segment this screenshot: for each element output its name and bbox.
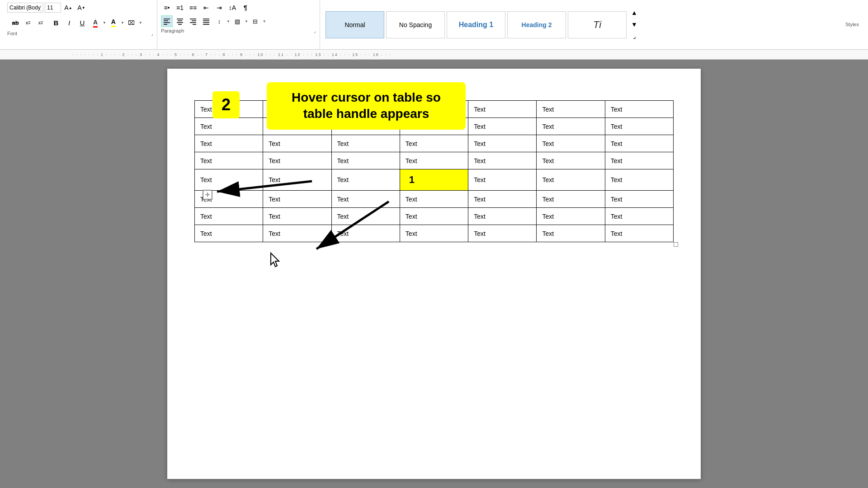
shading-dropdown[interactable]: ▼ [245, 19, 248, 23]
multilevel-list-btn[interactable]: ≡≡ [187, 2, 199, 14]
highlight-dropdown[interactable]: ▼ [121, 21, 124, 25]
table-cell[interactable]: 1 [400, 169, 468, 191]
table-cell[interactable]: Text [605, 101, 673, 118]
table-cell[interactable]: Text [263, 152, 331, 169]
table-cell[interactable]: Text [537, 169, 605, 191]
table-cell[interactable]: Text [195, 152, 263, 169]
table-cell[interactable]: Text [400, 191, 468, 208]
styles-scroll-up-btn[interactable]: ▲ [628, 7, 640, 19]
table-cell[interactable]: Text [195, 118, 263, 135]
font-expand-icon[interactable]: ⌟ [151, 31, 153, 36]
table-cell[interactable]: Text [605, 191, 673, 208]
table-cell[interactable]: Text [605, 118, 673, 135]
show-formatting-btn[interactable]: ¶ [240, 2, 251, 14]
bullet-list-btn[interactable]: ≡• [161, 2, 173, 14]
align-justify-btn[interactable] [200, 15, 212, 27]
styles-label-area: Styles [845, 22, 859, 28]
table-cell[interactable]: Text [263, 169, 331, 191]
table-cell[interactable]: Text [400, 135, 468, 152]
table-cell[interactable]: Text [537, 208, 605, 225]
ribbon: A▲ A▼ ab x2 x2 B I U A ▼ A [0, 0, 868, 50]
table-cell[interactable]: Text [468, 208, 537, 225]
table-cell[interactable]: Text [263, 191, 331, 208]
line-spacing-btn[interactable]: ↕ [213, 15, 225, 27]
table-cell[interactable]: Text [468, 101, 537, 118]
table-cell[interactable]: Text [537, 191, 605, 208]
subscript-btn[interactable]: x2 [22, 17, 34, 28]
table-cell[interactable]: Text [263, 135, 331, 152]
font-row1: A▲ A▼ [7, 2, 153, 14]
sort-btn[interactable]: ↕A [226, 2, 238, 14]
table-cell[interactable]: Text [195, 225, 263, 242]
table-resize-handle[interactable] [674, 242, 678, 247]
table-cell[interactable]: Text [195, 208, 263, 225]
font-color-dropdown[interactable]: ▼ [103, 21, 106, 25]
highlight-btn[interactable]: A [108, 17, 119, 28]
increase-font-btn[interactable]: A▲ [62, 2, 74, 14]
style-nospacing-btn[interactable]: No Spacing [386, 11, 445, 38]
table-cell[interactable]: Text [263, 225, 331, 242]
table-cell[interactable]: Text [605, 169, 673, 191]
table-cell[interactable]: Text [605, 135, 673, 152]
table-cell[interactable]: Text [537, 152, 605, 169]
table-cell[interactable]: Text [400, 225, 468, 242]
style-normal-btn[interactable]: Normal [326, 11, 384, 38]
line-spacing-dropdown[interactable]: ▼ [226, 19, 230, 23]
style-title-btn[interactable]: Ti [568, 11, 627, 38]
step1-badge: 1 [406, 173, 418, 187]
font-color-btn[interactable]: A [90, 17, 101, 28]
clear-formatting-btn[interactable]: ⌧ [126, 17, 137, 28]
shading-btn[interactable]: ▧ [231, 15, 243, 27]
table-cell[interactable]: Text [605, 225, 673, 242]
ab-strikethrough-btn[interactable]: ab [9, 17, 21, 28]
table-cell[interactable]: Text [605, 152, 673, 169]
table-cell[interactable]: Text [468, 152, 537, 169]
bold-btn[interactable]: B [50, 17, 62, 28]
underline-btn[interactable]: U [76, 17, 88, 28]
table-cell[interactable]: Text [331, 135, 400, 152]
table-cell[interactable]: Text [195, 169, 263, 191]
styles-expand-btn[interactable]: ⌟ [628, 30, 640, 42]
table-cell[interactable]: Text [468, 225, 537, 242]
table-cell[interactable]: Text [400, 208, 468, 225]
table-cell[interactable]: Text [400, 152, 468, 169]
styles-scroll-down-btn[interactable]: ▼ [628, 19, 640, 30]
table-cell[interactable]: Text [468, 118, 537, 135]
align-right-btn[interactable] [187, 15, 199, 27]
numbered-list-btn[interactable]: ≡1 [174, 2, 186, 14]
superscript-btn[interactable]: x2 [35, 17, 47, 28]
table-cell[interactable]: Text [331, 169, 400, 191]
table-cell[interactable]: Text [605, 208, 673, 225]
font-size-input[interactable] [45, 3, 61, 13]
strikethrough-group: ab x2 x2 [7, 15, 49, 30]
table-cell[interactable]: Text [331, 208, 400, 225]
table-cell[interactable]: Text [331, 191, 400, 208]
table-cell[interactable]: Text [537, 118, 605, 135]
decrease-indent-btn[interactable]: ⇤ [200, 2, 212, 14]
table-cell[interactable]: Text [468, 135, 537, 152]
align-left-btn[interactable] [161, 15, 173, 27]
style-heading1-btn[interactable]: Heading 1 [447, 11, 505, 38]
decrease-font-btn[interactable]: A▼ [75, 2, 87, 14]
para-section-bottom: Paragraph ⌟ [161, 27, 316, 33]
increase-indent-btn[interactable]: ⇥ [213, 2, 225, 14]
paragraph-expand-icon[interactable]: ⌟ [314, 28, 316, 33]
table-cell[interactable]: Text [331, 225, 400, 242]
table-cell[interactable]: Text [331, 152, 400, 169]
clear-formatting-dropdown[interactable]: ▼ [139, 21, 142, 25]
table-row: TextTextTextTextTextTextText [195, 135, 674, 152]
table-cell[interactable]: Text [195, 135, 263, 152]
table-cell[interactable]: Text [468, 169, 537, 191]
table-cell[interactable]: Text [468, 191, 537, 208]
style-heading2-btn[interactable]: Heading 2 [507, 11, 566, 38]
italic-btn[interactable]: I [63, 17, 75, 28]
font-name-input[interactable] [7, 3, 43, 13]
table-cell[interactable]: Text [537, 225, 605, 242]
borders-btn[interactable]: ⊟ [250, 15, 261, 27]
borders-dropdown[interactable]: ▼ [263, 19, 266, 23]
align-center-btn[interactable] [174, 15, 186, 27]
table-cell[interactable]: Text [537, 101, 605, 118]
table-move-handle[interactable]: ✛ [203, 190, 212, 200]
table-cell[interactable]: Text [537, 135, 605, 152]
table-cell[interactable]: Text [263, 208, 331, 225]
